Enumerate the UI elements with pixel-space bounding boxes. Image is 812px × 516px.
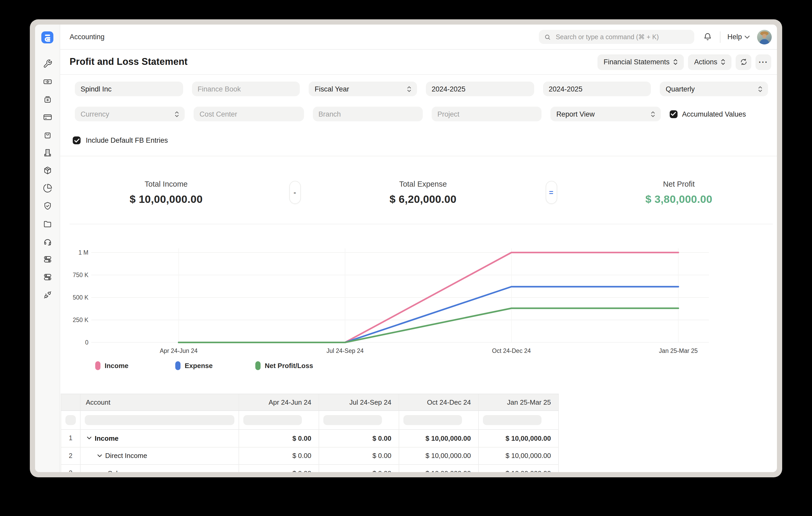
- table-row: 2Direct Income$ 0.00$ 0.00$ 10,00,000.00…: [61, 447, 559, 465]
- row-number: 2: [61, 447, 81, 464]
- search-input[interactable]: [555, 33, 689, 41]
- account-cell[interactable]: Income: [81, 430, 239, 447]
- value-cell: $ 10,00,000.00: [479, 447, 559, 464]
- summary-stat-total-income: Total Income$ 10,00,000.00: [129, 180, 202, 206]
- equals-operator: =: [545, 181, 557, 204]
- filter-label: 2024-2025: [549, 85, 582, 93]
- header-divider: [720, 31, 720, 42]
- more-options-button[interactable]: ···: [755, 54, 771, 70]
- app-sidebar: [35, 25, 60, 472]
- filter-label: Branch: [318, 110, 341, 118]
- row-number-header: [61, 394, 81, 411]
- y-axis-tick-label: 0: [85, 339, 88, 346]
- page-title: Profit and Loss Statement: [69, 57, 187, 67]
- financial-statements-dropdown[interactable]: Financial Statements: [597, 54, 684, 70]
- app-header: Accounting Help: [60, 25, 777, 50]
- refresh-button[interactable]: [735, 54, 751, 70]
- app-window: Accounting Help: [30, 19, 782, 477]
- include-default-fb-checkbox[interactable]: Include Default FB Entries: [73, 136, 168, 144]
- column-filter-input[interactable]: [239, 411, 319, 429]
- filter-cost-center-input[interactable]: Cost Center: [194, 107, 304, 121]
- legend-label: Income: [105, 362, 128, 370]
- account-cell[interactable]: Sales: [81, 465, 239, 472]
- plug-icon[interactable]: [42, 290, 52, 300]
- filter-finance-book-input[interactable]: Finance Book: [192, 82, 300, 96]
- column-header-period[interactable]: Apr 24-Jun 24: [239, 394, 319, 411]
- stat-label: Total Expense: [389, 180, 457, 188]
- column-filter-input[interactable]: [319, 411, 399, 429]
- stat-label: Net Profit: [645, 180, 712, 188]
- report-title-bar: Profit and Loss Statement Financial Stat…: [60, 50, 777, 75]
- shield-check-icon[interactable]: [42, 201, 52, 211]
- account-cell[interactable]: Direct Income: [81, 447, 239, 464]
- stat-value: $ 6,20,000.00: [389, 193, 457, 206]
- actions-dropdown[interactable]: Actions: [688, 54, 731, 70]
- expand-chevron-icon[interactable]: [97, 454, 102, 457]
- filter-end-year-input[interactable]: 2024-2025: [543, 82, 651, 96]
- y-axis-tick-label: 500 K: [73, 294, 89, 301]
- notification-bell-icon[interactable]: [703, 32, 712, 41]
- main-area: Accounting Help: [60, 25, 777, 472]
- legend-swatch: [175, 361, 180, 370]
- include-default-fb-label: Include Default FB Entries: [86, 136, 168, 144]
- column-header-period[interactable]: Jan 25-Mar 25: [479, 394, 559, 411]
- filter-label: Cost Center: [200, 110, 237, 118]
- credit-card-icon[interactable]: [42, 113, 52, 122]
- filter-cell[interactable]: [61, 411, 81, 429]
- stat-value: $ 3,80,000.00: [645, 193, 712, 206]
- desktop-background: Accounting Help: [0, 0, 812, 516]
- package-icon[interactable]: [42, 166, 52, 175]
- filter-start-year-input[interactable]: 2024-2025: [426, 82, 534, 96]
- y-axis-tick-label: 750 K: [73, 272, 89, 278]
- folder-icon[interactable]: [42, 219, 52, 229]
- help-menu[interactable]: Help: [727, 33, 750, 41]
- toggles-icon[interactable]: [42, 254, 52, 264]
- legend-item-income: Income: [95, 361, 128, 370]
- search-input-wrap[interactable]: [539, 30, 694, 44]
- column-header-period[interactable]: Jul 24-Sep 24: [319, 394, 399, 411]
- column-header-period[interactable]: Oct 24-Dec 24: [399, 394, 479, 411]
- chart-canvas: 1 M750 K500 K250 K0Apr 24-Jun 24Jul 24-S…: [60, 235, 719, 392]
- value-cell: $ 0.00: [239, 447, 319, 464]
- value-cell: $ 10,00,000.00: [399, 465, 479, 472]
- y-axis-tick-label: 250 K: [73, 316, 89, 323]
- cash-register-icon[interactable]: [42, 95, 52, 104]
- help-label: Help: [727, 33, 742, 41]
- filter-report-view-select[interactable]: Report View: [551, 107, 661, 121]
- value-cell: $ 10,00,000.00: [479, 430, 559, 447]
- expand-chevron-icon[interactable]: [87, 437, 92, 440]
- user-avatar[interactable]: [757, 30, 772, 44]
- filter-project-input[interactable]: Project: [432, 107, 542, 121]
- y-axis-tick-label: 1 M: [79, 249, 88, 256]
- checkbox-checked-icon[interactable]: [73, 136, 81, 144]
- x-axis-tick-label: Apr 24-Jun 24: [160, 347, 198, 354]
- value-cell: $ 10,00,000.00: [399, 430, 479, 447]
- stat-value: $ 10,00,000.00: [129, 193, 202, 206]
- table-row: 1Income$ 0.00$ 0.00$ 10,00,000.00$ 10,00…: [61, 430, 559, 447]
- column-filter-input[interactable]: [479, 411, 559, 429]
- building-icon[interactable]: [42, 148, 52, 157]
- filter-label: Spindl Inc: [81, 85, 112, 93]
- tools-icon[interactable]: [42, 59, 52, 68]
- column-filter-input[interactable]: [399, 411, 479, 429]
- shopping-bag-icon[interactable]: [42, 130, 52, 140]
- filter-period-basis-select[interactable]: Fiscal Year: [309, 82, 417, 96]
- column-header-account[interactable]: Account: [81, 394, 239, 411]
- pie-chart-icon[interactable]: [42, 183, 52, 193]
- ellipsis-icon: ···: [759, 58, 768, 66]
- filter-periodicity-select[interactable]: Quarterly: [660, 82, 768, 96]
- headset-icon[interactable]: [42, 237, 52, 246]
- value-cell: $ 10,00,000.00: [399, 447, 479, 464]
- erpnext-logo-icon[interactable]: [41, 31, 53, 43]
- account-filter-input[interactable]: [81, 411, 239, 429]
- toggles-icon-2[interactable]: [42, 272, 52, 282]
- filter-company-input[interactable]: Spindl Inc: [75, 82, 183, 96]
- filter-label: Report View: [556, 110, 595, 118]
- filter-currency-select[interactable]: Currency: [75, 107, 185, 121]
- chevron-updown-icon: [721, 59, 725, 65]
- chevron-updown-icon: [407, 86, 411, 92]
- filter-branch-input[interactable]: Branch: [313, 107, 423, 121]
- checkbox-checked-icon[interactable]: [669, 110, 677, 118]
- banknote-icon[interactable]: [42, 77, 52, 86]
- accumulated-values-checkbox[interactable]: Accumulated Values: [669, 107, 768, 121]
